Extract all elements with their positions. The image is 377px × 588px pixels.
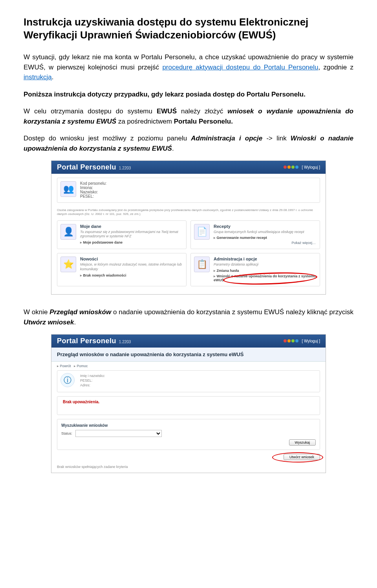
search-button[interactable]: Wyszukaj: [289, 439, 316, 446]
link-instruction[interactable]: instrukcją: [24, 73, 52, 81]
text-bold-italic: Utwórz wniosek: [24, 319, 74, 326]
create-request-button[interactable]: Utwórz wniosek: [284, 454, 320, 460]
page-title: Instrukcja uzyskiwania dostępu do system…: [24, 16, 353, 41]
text-bold-italic: Administracja i opcje: [191, 135, 262, 142]
label-imiona: Imiona:: [80, 186, 316, 190]
label-name: Imię i nazwisko:: [80, 374, 112, 378]
label-pesel: PESEL:: [80, 379, 112, 382]
portal-header: Portal Personelu 1.2203 [ Wyloguj ]: [51, 161, 326, 174]
card-description: Grupa tematycznych funkcji umożliwiająca…: [214, 230, 316, 235]
portal-header: Portal Personelu 1.2203 [ Wyloguj ]: [51, 335, 326, 348]
page-heading: Przegląd wniosków o nadanie upoważnienia…: [51, 348, 326, 362]
search-title: Wyszukiwanie wniosków: [61, 423, 316, 428]
admin-icon: 📋: [194, 257, 210, 272]
portal-version: 1.2203: [119, 340, 131, 344]
text: za pośrednictwem: [116, 118, 174, 125]
paragraph-scope: Poniższa instrukcja dotyczy przypadku, g…: [24, 89, 353, 100]
text: o nadanie upoważnienia do korzystania z …: [111, 308, 353, 316]
link-show-more[interactable]: Pokaż więcej…: [214, 241, 316, 245]
link-moje-dane[interactable]: Moje podstawowe dane: [80, 240, 182, 244]
paragraph-path: Dostęp do wniosku jest możliwy z poziomu…: [24, 133, 353, 153]
panel-alert: Brak upoważnienia.: [57, 396, 320, 415]
text-bold: EWUŚ: [157, 107, 177, 115]
status-select[interactable]: [75, 430, 162, 437]
prescription-icon: 📄: [194, 224, 210, 240]
panel-search: Wyszukiwanie wniosków Status: Wyszukaj: [57, 419, 320, 450]
card-title: Recepty: [214, 224, 316, 229]
text: -> link: [262, 135, 291, 142]
link-procedure[interactable]: procedurę aktywacji dostępu do Portalu P…: [162, 64, 318, 71]
text-bold: Portalu Personelu.: [174, 118, 233, 125]
crumb-back[interactable]: Powrót: [57, 364, 71, 368]
portal-status-dots: [283, 339, 298, 343]
text: , zgodnie z: [318, 64, 353, 71]
text: W celu otrzymania dostępu do systemu: [24, 107, 157, 115]
paragraph-intro: W sytuacji, gdy lekarz nie ma konta w Po…: [24, 52, 353, 82]
text-bold-italic: Przegląd wniosków: [49, 308, 111, 316]
link-nowosci[interactable]: Brak nowych wiadomości: [80, 273, 182, 277]
link-recepty[interactable]: Generowanie numerów recept: [214, 236, 316, 240]
alert-no-auth: Brak upoważnienia.: [63, 400, 99, 404]
card-moje-dane[interactable]: 👤 Moje dane Tu zapoznasz się z podstawow…: [57, 220, 187, 249]
card-user-info: 👥 Kod personelu: Imiona: Nazwisko: PESEL…: [57, 178, 320, 203]
card-description: Tu zapoznasz się z podstawowymi informac…: [80, 230, 182, 239]
text: należy złożyć: [177, 107, 227, 115]
text: .: [74, 319, 76, 326]
panel-user: ⓘ Imię i nazwisko: PESEL: Adres:: [57, 370, 320, 392]
label-pesel: PESEL:: [80, 194, 316, 198]
text: W oknie: [24, 308, 49, 316]
link-zmiana-hasla[interactable]: Zmiana hasła: [214, 269, 316, 273]
label-status: Status:: [61, 431, 72, 435]
logout-link[interactable]: [ Wyloguj ]: [302, 339, 320, 343]
portal-version: 1.2203: [119, 166, 131, 170]
card-title: Moje dane: [80, 224, 182, 229]
privacy-note: Osoba zalogowana w Portalu zobowiązany j…: [57, 207, 320, 220]
text: .: [172, 145, 174, 152]
card-description: Miejsce, w którym możesz zobaczyć nowe, …: [80, 262, 182, 271]
portal-logo: Portal Personelu: [57, 337, 116, 345]
users-icon: 👥: [60, 181, 76, 197]
card-description: Parametry działania aplikacji: [214, 262, 316, 267]
paragraph-window: W oknie Przegląd wniosków o nadanie upow…: [24, 307, 353, 327]
star-icon: ⭐: [60, 257, 76, 272]
screenshot-portal-home: Portal Personelu 1.2203 [ Wyloguj ] 👥 Ko…: [51, 160, 326, 295]
screenshot-portal-wnioski: Portal Personelu 1.2203 [ Wyloguj ] Prze…: [51, 334, 326, 473]
logout-link[interactable]: [ Wyloguj ]: [302, 165, 320, 169]
link-wnioski-ewus[interactable]: Wnioski o nadanie upoważnienia do korzys…: [214, 274, 316, 282]
text: .: [52, 73, 54, 81]
paragraph-access: W celu otrzymania dostępu do systemu EWU…: [24, 106, 353, 126]
crumb-help[interactable]: Pomoc: [74, 364, 88, 368]
card-recepty[interactable]: 📄 Recepty Grupa tematycznych funkcji umo…: [190, 220, 320, 249]
user-icon: 👤: [60, 224, 76, 240]
card-title: Nowości: [80, 257, 182, 261]
card-nowosci[interactable]: ⭐ Nowości Miejsce, w którym możesz zobac…: [57, 253, 187, 286]
text: Dostęp do wniosku jest możliwy z poziomu…: [24, 135, 191, 142]
card-title: Administracja i opcje: [214, 257, 316, 261]
label-kod: Kod personelu:: [80, 181, 316, 186]
label-address: Adres:: [80, 383, 112, 387]
no-results-note: Brak wniosków spełniających zadane kryte…: [51, 463, 326, 473]
portal-logo: Portal Personelu: [57, 163, 116, 171]
portal-status-dots: [283, 165, 298, 169]
card-administracja[interactable]: 📋 Administracja i opcje Parametry działa…: [190, 253, 320, 286]
info-icon: ⓘ: [60, 373, 75, 387]
breadcrumb: Powrót Pomoc: [51, 362, 326, 370]
label-nazwisko: Nazwisko:: [80, 190, 316, 194]
text-bold: Poniższa instrukcja dotyczy przypadku, g…: [24, 91, 306, 98]
